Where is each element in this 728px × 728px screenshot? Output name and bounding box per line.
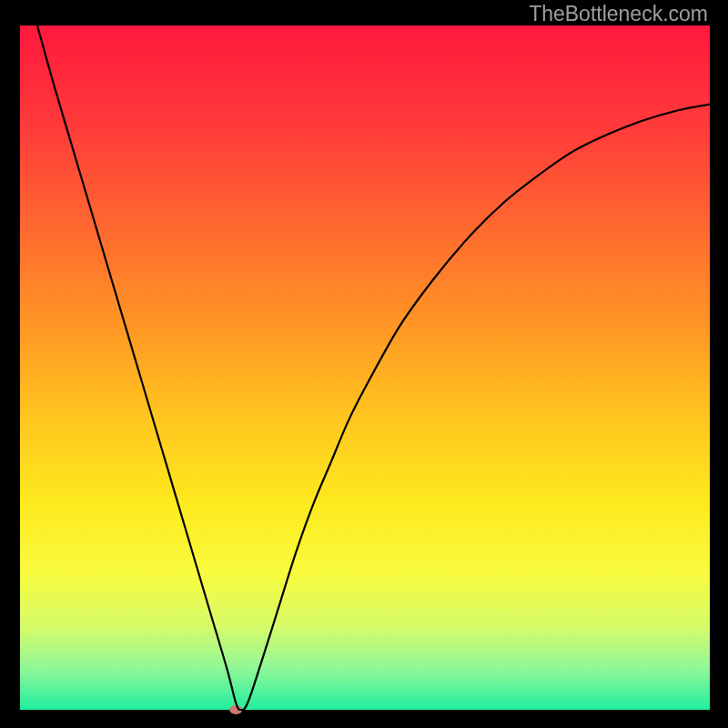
watermark-text: TheBottleneck.com xyxy=(529,2,708,26)
plot-background xyxy=(20,25,710,710)
chart-frame: TheBottleneck.com xyxy=(0,0,728,728)
bottleneck-chart xyxy=(0,0,728,728)
